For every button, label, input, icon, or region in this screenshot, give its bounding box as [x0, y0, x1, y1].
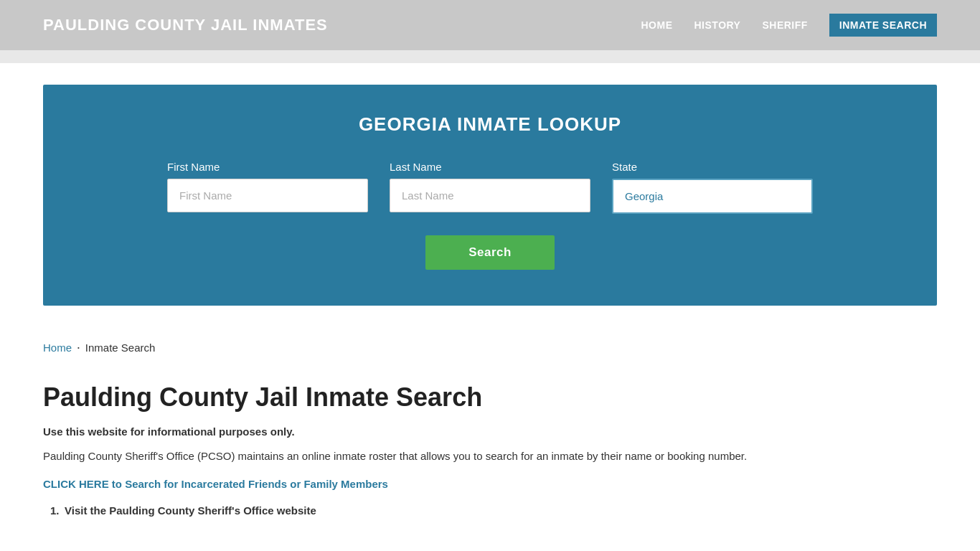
breadcrumb-separator: • [77, 344, 80, 351]
first-name-input[interactable] [167, 179, 368, 212]
nav-item-history[interactable]: HISTORY [694, 19, 741, 31]
sub-header-bar [0, 50, 980, 63]
info-text: Paulding County Sheriff's Office (PCSO) … [43, 448, 937, 465]
search-section-title: GEORGIA INMATE LOOKUP [86, 113, 894, 136]
last-name-input[interactable] [390, 179, 590, 212]
state-group: State [612, 161, 813, 214]
breadcrumb-current: Inmate Search [85, 342, 156, 354]
nav-item-sheriff[interactable]: SHERIFF [762, 19, 807, 31]
breadcrumb-home-link[interactable]: Home [43, 342, 72, 354]
nav-item-inmate-search[interactable]: INMATE SEARCH [829, 14, 937, 37]
last-name-group: Last Name [390, 161, 590, 214]
main-content: Paulding County Jail Inmate Search Use t… [0, 368, 980, 545]
search-button[interactable]: Search [425, 235, 555, 270]
last-name-label: Last Name [390, 161, 590, 173]
info-bold-text: Use this website for informational purpo… [43, 425, 937, 438]
page-heading: Paulding County Jail Inmate Search [43, 382, 937, 413]
first-name-group: First Name [167, 161, 368, 214]
nav-item-home[interactable]: HOME [641, 19, 673, 31]
list-item-1: Visit the Paulding County Sheriff's Offi… [43, 504, 937, 517]
main-nav: HOME HISTORY SHERIFF INMATE SEARCH [641, 14, 938, 37]
state-input[interactable] [612, 179, 813, 214]
first-name-label: First Name [167, 161, 368, 173]
search-button-wrapper: Search [86, 235, 894, 270]
click-here-link[interactable]: CLICK HERE to Search for Incarcerated Fr… [43, 478, 937, 490]
search-fields-row: First Name Last Name State [86, 161, 894, 214]
site-title: PAULDING COUNTY JAIL INMATES [43, 16, 328, 34]
state-label: State [612, 161, 813, 173]
site-header: PAULDING COUNTY JAIL INMATES HOME HISTOR… [0, 0, 980, 50]
breadcrumb: Home • Inmate Search [0, 327, 980, 368]
search-section: GEORGIA INMATE LOOKUP First Name Last Na… [43, 85, 937, 306]
